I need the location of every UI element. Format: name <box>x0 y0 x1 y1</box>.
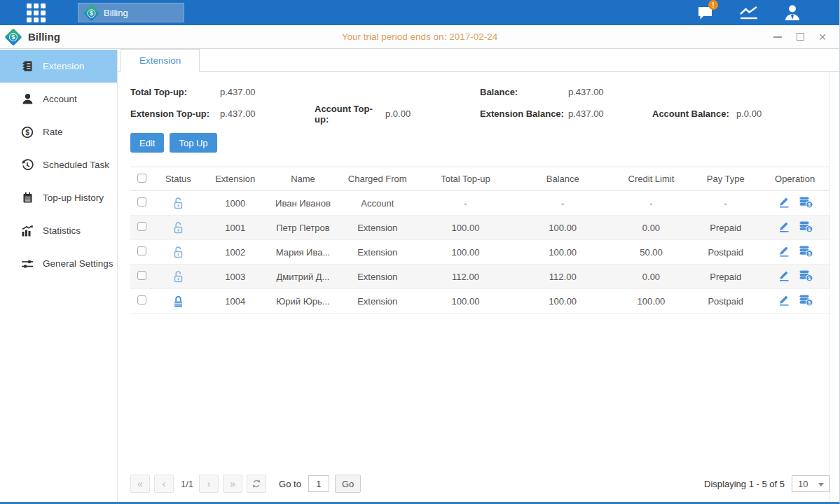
tab-extension[interactable]: Extension <box>121 49 200 72</box>
edit-extension-button[interactable] <box>776 245 792 259</box>
sidebar-item-scheduled-task[interactable]: Scheduled Task <box>0 148 117 181</box>
close-button[interactable]: ✕ <box>817 31 828 43</box>
topup-extension-button[interactable]: $ <box>799 220 814 234</box>
status-cell <box>154 240 202 265</box>
last-page-button[interactable]: » <box>223 475 242 493</box>
sidebar-item-label: Scheduled Task <box>43 160 109 170</box>
sidebar-item-label: Statistics <box>43 225 81 236</box>
row-select-cell <box>130 240 154 265</box>
pay-type-cell: Prepaid <box>691 216 760 240</box>
scheduled-task-icon <box>21 159 34 172</box>
edit-extension-button[interactable] <box>776 220 792 234</box>
edit-icon <box>778 196 790 210</box>
status-cell <box>154 191 202 216</box>
balance-summary: Total Top-up: p.437.00 Extension Top-up:… <box>130 81 829 125</box>
sidebar-item-statistics[interactable]: Statistics <box>0 214 117 247</box>
sidebar-item-account[interactable]: Account <box>0 83 117 115</box>
goto-page-input[interactable] <box>308 475 329 492</box>
topup-history-icon <box>21 192 34 204</box>
user-account-icon[interactable] <box>782 4 803 22</box>
topup-extension-button[interactable]: $ <box>799 294 814 308</box>
row-checkbox[interactable] <box>137 222 146 231</box>
edit-icon <box>778 270 790 284</box>
app-grid-icon[interactable] <box>27 4 46 22</box>
total-topup-label: Total Top-up: <box>130 87 220 97</box>
charged-from-cell: Extension <box>338 240 417 265</box>
taskbar-billing-tab[interactable]: $ Billing <box>78 3 184 22</box>
notification-badge: ! <box>708 0 718 10</box>
balance-cell: 100.00 <box>514 289 612 314</box>
balance-cell: 100.00 <box>514 240 612 265</box>
sidebar-item-general-settings[interactable]: General Settings <box>0 247 117 280</box>
next-page-button[interactable]: › <box>199 475 219 493</box>
go-button[interactable]: Go <box>335 475 361 493</box>
row-select-cell <box>130 289 154 314</box>
row-select-cell <box>130 191 154 216</box>
sidebar-item-rate[interactable]: $Rate <box>0 115 117 148</box>
sidebar-item-extension[interactable]: Extension <box>0 50 117 83</box>
operation-cell: $ <box>760 191 829 216</box>
balance-label: Balance: <box>480 87 568 97</box>
edit-button[interactable]: Edit <box>130 133 164 153</box>
extension-balance-value: p.437.00 <box>568 108 652 119</box>
account-balance-label: Account Balance: <box>652 108 736 119</box>
first-page-button[interactable]: « <box>130 475 150 493</box>
sidebar-item-top-up-history[interactable]: Top-up History <box>0 181 117 214</box>
window-title: Billing <box>28 31 60 43</box>
column-header-pay-type: Pay Type <box>691 167 760 191</box>
rate-icon: $ <box>21 126 34 139</box>
name-cell: Дмитрий Д... <box>268 265 338 289</box>
pay-type-cell: Postpaid <box>691 240 760 265</box>
row-checkbox[interactable] <box>137 295 146 304</box>
name-cell: Мария Ива... <box>268 240 338 265</box>
credit-limit-cell: 100.00 <box>612 289 691 314</box>
column-header-charged-from: Charged From <box>338 167 417 191</box>
account-balance-value: p.0.00 <box>736 108 762 119</box>
table-row: 1003Дмитрий Д...Extension112.00112.000.0… <box>130 265 829 289</box>
minimize-button[interactable] <box>772 31 783 43</box>
balance-cell: 112.00 <box>514 265 612 289</box>
charged-from-cell: Account <box>338 191 417 216</box>
sidebar-item-label: General Settings <box>43 258 113 269</box>
page-size-value: 10 <box>798 479 808 489</box>
total-topup-cell: 100.00 <box>417 289 514 314</box>
prev-page-button[interactable]: ‹ <box>154 475 174 493</box>
monitor-chart-icon[interactable] <box>738 4 759 22</box>
extension-cell: 1003 <box>202 265 268 289</box>
operation-cell: $ <box>760 289 829 314</box>
status-cell <box>154 289 202 314</box>
maximize-button[interactable] <box>794 31 806 43</box>
edit-extension-button[interactable] <box>776 270 792 284</box>
table-row: 1000Иван ИвановAccount----$ <box>130 191 829 216</box>
topup-icon: $ <box>799 270 813 284</box>
topup-icon: $ <box>799 294 813 309</box>
row-checkbox[interactable] <box>137 197 146 206</box>
svg-text:$: $ <box>808 226 811 232</box>
select-all-checkbox[interactable] <box>137 174 146 183</box>
edit-extension-button[interactable] <box>776 196 792 210</box>
top-up-button[interactable]: Top Up <box>170 133 216 153</box>
sidebar-item-label: Account <box>43 94 77 104</box>
balance-cell: - <box>514 191 612 216</box>
topup-extension-button[interactable]: $ <box>799 245 814 259</box>
total-topup-cell: 112.00 <box>417 265 514 289</box>
edit-icon <box>778 220 790 234</box>
refresh-icon[interactable] <box>247 475 266 493</box>
row-checkbox[interactable] <box>137 246 146 255</box>
name-cell: Юрий Юрь... <box>268 289 338 314</box>
messages-icon[interactable]: ! <box>695 4 716 22</box>
topup-extension-button[interactable]: $ <box>799 196 814 210</box>
svg-text:$: $ <box>808 275 811 281</box>
operation-cell: $ <box>760 240 829 265</box>
pay-type-cell: Prepaid <box>691 265 760 289</box>
table-row: 1002Мария Ива...Extension100.00100.0050.… <box>130 240 829 265</box>
billing-app-icon: $ <box>83 4 99 21</box>
sidebar: ExtensionAccount$RateScheduled TaskTop-u… <box>0 49 118 502</box>
row-checkbox[interactable] <box>137 271 146 280</box>
taskbar: $ Billing ! <box>0 0 839 25</box>
page-size-select[interactable]: 10 <box>792 475 829 492</box>
edit-extension-button[interactable] <box>776 294 792 308</box>
toolbar: Edit Top Up <box>130 133 829 153</box>
charged-from-cell: Extension <box>338 289 417 314</box>
topup-extension-button[interactable]: $ <box>799 270 814 284</box>
